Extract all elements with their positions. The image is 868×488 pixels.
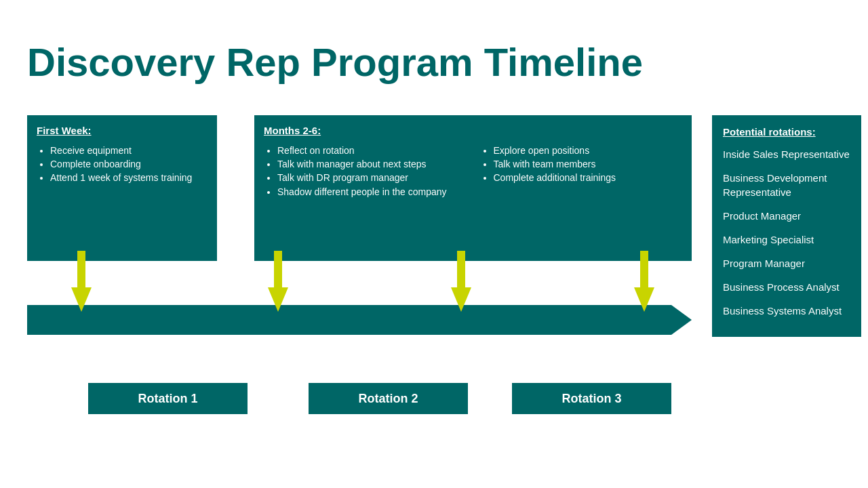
rotation-3-box: Rotation 3 <box>512 383 671 414</box>
rotation-2-box: Rotation 2 <box>309 383 468 414</box>
rotation-option-6: Business Process Analyst <box>723 280 850 294</box>
months-title: Months 2-6: <box>264 123 682 138</box>
rotation-option-2: Business Development Representative <box>723 171 850 199</box>
list-item: Attend 1 week of systems training <box>50 171 208 184</box>
list-item: Shadow different people in the company <box>277 185 467 199</box>
list-item: Complete additional trainings <box>494 171 683 184</box>
rotation-option-5: Program Manager <box>723 256 850 270</box>
day1-label: Day 1 <box>47 339 83 354</box>
list-item: Complete onboarding <box>50 157 208 171</box>
page-title: Discovery Rep Program Timeline <box>27 41 643 84</box>
rotation-option-7: Business Systems Analyst <box>723 304 850 318</box>
right-panel-title: Potential rotations: <box>723 125 850 139</box>
rotation-1-box: Rotation 1 <box>88 383 248 414</box>
first-week-box: First Week: Receive equipment Complete o… <box>27 115 217 261</box>
list-item: Talk with manager about next steps <box>277 157 467 171</box>
first-week-title: First Week: <box>37 123 208 138</box>
list-item: Talk with DR program manager <box>277 171 467 184</box>
rotation-option-1: Inside Sales Representative <box>723 147 850 161</box>
list-item: Reflect on rotation <box>277 144 467 157</box>
first-week-list: Receive equipment Complete onboarding At… <box>37 144 208 185</box>
list-item: Talk with team members <box>494 157 683 171</box>
list-item: Explore open positions <box>494 144 683 157</box>
months-cols: Reflect on rotation Talk with manager ab… <box>264 144 682 199</box>
timeline-container: First Week: Receive equipment Complete o… <box>27 115 712 386</box>
right-panel: Potential rotations: Inside Sales Repres… <box>712 115 861 337</box>
day160-label: Day 160 <box>610 339 662 354</box>
list-item: Receive equipment <box>50 144 208 157</box>
rotation-option-3: Product Manager <box>723 209 850 223</box>
months-col1: Reflect on rotation Talk with manager ab… <box>264 144 467 199</box>
day120-label: Day 120 <box>427 339 479 354</box>
timeline-bar <box>27 305 692 335</box>
months-col2: Explore open positions Talk with team me… <box>480 144 683 199</box>
months-box: Months 2-6: Reflect on rotation Talk wit… <box>254 115 692 261</box>
rotation-option-4: Marketing Specialist <box>723 232 850 247</box>
day60-label: Day 60 <box>244 339 288 354</box>
